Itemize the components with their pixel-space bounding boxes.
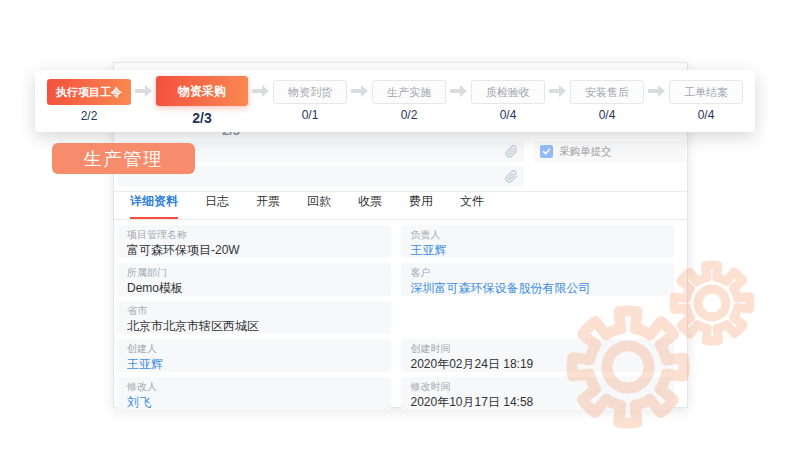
- field-label: 创建时间: [411, 343, 665, 355]
- arrow-right-icon: [648, 84, 666, 102]
- field-value: Demo模板: [127, 281, 381, 296]
- paperclip-icon[interactable]: [505, 145, 518, 158]
- field-value: 2020年10月17日 14:58: [411, 395, 665, 410]
- workflow-stepper-card: 执行项目工令 2/2 物资采购 2/3 物资到货 0/1 生产实施 0/2 质检…: [35, 70, 755, 132]
- step-production: 生产实施 0/2: [372, 80, 446, 122]
- modifier-link[interactable]: 刘飞: [127, 395, 381, 410]
- step-material-purchase: 物资采购 2/3: [156, 76, 248, 126]
- tab-details[interactable]: 详细资料: [130, 193, 178, 219]
- field-label: 客户: [411, 267, 665, 279]
- field-label: 负责人: [411, 229, 665, 241]
- field-owner: 负责人 王亚辉: [401, 225, 675, 258]
- field-value: 2020年02月24日 18:19: [411, 357, 665, 372]
- tab-files[interactable]: 文件: [460, 193, 484, 219]
- tab-bar: 详细资料 日志 开票 回款 收票 费用 文件: [114, 192, 687, 220]
- step-button[interactable]: 安装售后: [570, 80, 644, 104]
- field-label: 所属部门: [127, 267, 381, 279]
- step-count: 0/4: [698, 108, 715, 122]
- field-label: 省市: [127, 305, 381, 317]
- arrow-right-icon: [252, 84, 270, 102]
- step-button[interactable]: 物资采购: [156, 76, 248, 106]
- purchase-submit-checkbox-field[interactable]: 采购单提交: [534, 141, 686, 162]
- step-install-aftersales: 安装售后 0/4: [570, 80, 644, 122]
- owner-link[interactable]: 王亚辉: [411, 243, 665, 258]
- arrow-right-icon: [450, 84, 468, 102]
- field-label: 项目管理名称: [127, 229, 381, 241]
- step-button[interactable]: 工单结案: [669, 80, 743, 104]
- step-count: 0/4: [599, 108, 616, 122]
- screenshot-canvas: 2/3 采购单提交: [0, 0, 792, 459]
- production-management-label: 生产管理: [52, 143, 195, 174]
- step-count: 0/1: [302, 108, 319, 122]
- arrow-right-icon: [549, 84, 567, 102]
- field-modifier: 修改人 刘飞: [117, 377, 391, 410]
- field-value: 北京市北京市辖区西城区: [127, 319, 381, 334]
- field-label: 修改时间: [411, 381, 665, 393]
- creator-link[interactable]: 王亚辉: [127, 357, 381, 372]
- field-created-time: 创建时间 2020年02月24日 18:19: [401, 339, 675, 372]
- tab-expense[interactable]: 费用: [409, 193, 433, 219]
- detail-form: 项目管理名称 富可森环保项目-20W 负责人 王亚辉 所属部门 Demo模板 客…: [117, 225, 674, 410]
- step-count: 0/2: [401, 108, 418, 122]
- step-close-work-order: 工单结案 0/4: [669, 80, 743, 122]
- field-label: 创建人: [127, 343, 381, 355]
- step-material-arrival: 物资到货 0/1: [273, 80, 347, 122]
- field-city: 省市 北京市北京市辖区西城区: [117, 301, 391, 334]
- attachment-row: 采购单提交: [118, 141, 686, 162]
- customer-link[interactable]: 深圳富可森环保设备股份有限公司: [411, 281, 665, 296]
- step-execute-work-order: 执行项目工令 2/2: [47, 79, 131, 123]
- step-button[interactable]: 质检验收: [471, 80, 545, 104]
- tab-receipt[interactable]: 收票: [358, 193, 382, 219]
- check-icon[interactable]: [540, 145, 553, 158]
- field-label: 修改人: [127, 381, 381, 393]
- step-quality-acceptance: 质检验收 0/4: [471, 80, 545, 122]
- arrow-right-icon: [351, 84, 369, 102]
- step-count: 2/2: [81, 109, 98, 123]
- tab-invoice[interactable]: 开票: [256, 193, 280, 219]
- step-button[interactable]: 执行项目工令: [47, 79, 131, 105]
- field-project-name: 项目管理名称 富可森环保项目-20W: [117, 225, 391, 258]
- step-count: 2/3: [192, 110, 211, 126]
- step-button[interactable]: 生产实施: [372, 80, 446, 104]
- step-button[interactable]: 物资到货: [273, 80, 347, 104]
- field-creator: 创建人 王亚辉: [117, 339, 391, 372]
- tab-log[interactable]: 日志: [205, 193, 229, 219]
- arrow-right-icon: [135, 84, 153, 102]
- checkbox-label: 采购单提交: [559, 145, 612, 159]
- field-value: 富可森环保项目-20W: [127, 243, 381, 258]
- tab-payment[interactable]: 回款: [307, 193, 331, 219]
- step-count: 0/4: [500, 108, 517, 122]
- field-modified-time: 修改时间 2020年10月17日 14:58: [401, 377, 675, 410]
- field-empty: [401, 301, 675, 334]
- field-customer: 客户 深圳富可森环保设备股份有限公司: [401, 263, 675, 296]
- detail-panel: 详细资料 日志 开票 回款 收票 费用 文件 项目管理名称 富可森环保项目-20…: [114, 191, 687, 407]
- paperclip-icon[interactable]: [505, 170, 518, 183]
- field-department: 所属部门 Demo模板: [117, 263, 391, 296]
